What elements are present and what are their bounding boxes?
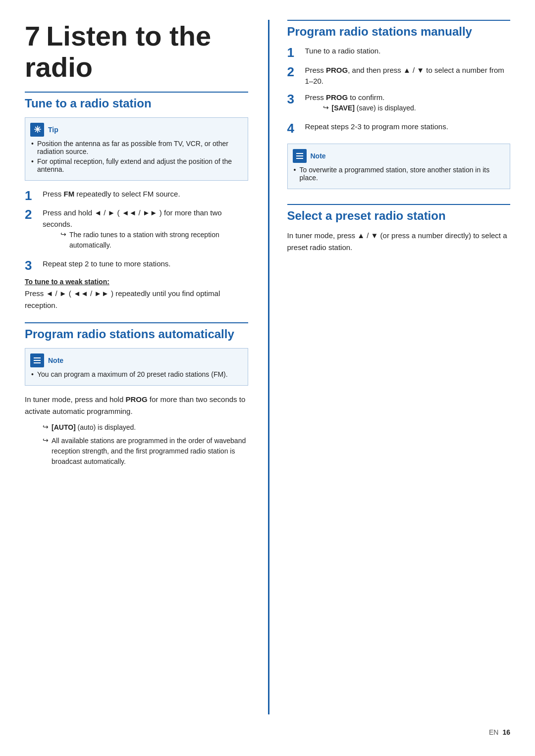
tip-label: Tip [48,126,58,134]
section4-heading: Select a preset radio station [287,204,511,223]
auto-arrow-text-1: [AUTO] (auto) is displayed. [52,422,136,433]
right-column: Program radio stations manually 1 Tune t… [268,20,511,714]
note-icon-auto [30,353,44,367]
note-lines-icon-manual [296,153,303,159]
manual-step-num-3: 3 [287,92,305,106]
note-line-m-3 [296,158,303,159]
step-content-2: Press and hold ◄ / ► ( ◄◄ / ►► ) for mor… [43,207,248,253]
tip-item-1: Position the antenna as far as possible … [30,140,241,155]
star-icon: ✳ [34,124,41,135]
step-content-3: Repeat step 2 to tune to more stations. [43,258,248,270]
chapter-number: 7 [25,20,40,51]
note-line-2 [34,360,41,361]
arrow-symbol: ↪ [60,230,66,238]
section4-body: In tuner mode, press ▲ / ▼ (or press a n… [287,230,511,253]
subheading-text: To tune to a weak station: [25,278,109,286]
manual-step-2: 2 Press PROG, and then press ▲ / ▼ to se… [287,65,511,87]
section1-heading: Tune to a radio station [25,92,248,110]
tip-icon: ✳ [30,123,44,137]
auto-arrow-2: ↪ All available stations are programmed … [43,436,248,467]
manual-step-1: 1 Tune to a radio station. [287,46,511,60]
chapter-title: Listen to the radio [25,20,211,83]
step-num-2: 2 [25,207,43,222]
page: 7Listen to the radio Tune to a radio sta… [0,0,535,756]
manual-step-4: 4 Repeat steps 2-3 to program more stati… [287,121,511,136]
auto-arrow-1: ↪ [AUTO] (auto) is displayed. [43,422,248,433]
note-header-auto: Note [30,353,241,367]
left-column: 7Listen to the radio Tune to a radio sta… [25,20,248,714]
manual-step3-arrow: ↪ [SAVE] (save) is displayed. [323,103,416,113]
arrow-sym-1: ↪ [43,423,49,431]
tip-item-2: For optimal reception, fully extend and … [30,157,241,173]
step-2: 2 Press and hold ◄ / ► ( ◄◄ / ►► ) for m… [25,207,248,253]
note-list-manual: To overwrite a programmed station, store… [293,166,503,182]
note-label-manual: Note [311,152,326,160]
section2-heading: Program radio stations automatically [25,322,248,341]
note-lines-icon [34,357,41,363]
tip-header: ✳ Tip [30,123,241,137]
note-line-m-1 [296,153,303,154]
step-content-1: Press FM repeatedly to select FM source. [43,189,248,200]
tip-box: ✳ Tip Position the antenna as far as pos… [25,117,248,181]
step-num-1: 1 [25,189,43,203]
step-1: 1 Press FM repeatedly to select FM sourc… [25,189,248,203]
arrow-sym-2: ↪ [43,436,49,444]
footer-page: 16 [502,728,510,736]
arrow-sym-3: ↪ [323,103,329,111]
step2-arrow: ↪ The radio tunes to a station with stro… [60,230,248,251]
manual-step3-arrow-text: [SAVE] (save) is displayed. [332,103,416,113]
manual-step-3: 3 Press PROG to confirm. ↪ [SAVE] (save)… [287,92,511,117]
manual-step-num-2: 2 [287,65,305,79]
auto-body-text: In tuner mode, press and hold PROG for m… [25,394,248,417]
note-list-auto: You can program a maximum of 20 preset r… [30,370,241,378]
manual-step-num-1: 1 [287,46,305,60]
manual-step-content-2: Press PROG, and then press ▲ / ▼ to sele… [305,65,511,87]
auto-arrow-text-2: All available stations are programmed in… [52,436,248,467]
note-line-1 [34,357,41,358]
note-label-auto: Note [48,356,63,364]
note-line-3 [34,362,41,363]
tip-list: Position the antenna as far as possible … [30,140,241,173]
step-3: 3 Repeat step 2 to tune to more stations… [25,258,248,273]
step2-arrow-text: The radio tunes to a station with strong… [69,230,248,251]
section3-heading: Program radio stations manually [287,20,511,39]
step-num-3: 3 [25,258,43,273]
note-line-m-2 [296,155,303,156]
manual-step-content-1: Tune to a radio station. [305,46,511,57]
note-icon-manual [293,149,307,163]
footer-lang: EN [489,728,498,736]
manual-step-num-4: 4 [287,121,305,136]
note-header-manual: Note [293,149,503,163]
manual-step-content-4: Repeat steps 2-3 to program more station… [305,121,511,133]
note-box-manual: Note To overwrite a programmed station, … [287,144,511,189]
note-box-auto: Note You can program a maximum of 20 pre… [25,348,248,386]
subheading-weak: To tune to a weak station: Press ◄ / ► (… [25,278,248,311]
subheading-body: Press ◄ / ► ( ◄◄ / ►► ) repeatedly until… [25,288,248,311]
note-item-auto-1: You can program a maximum of 20 preset r… [30,370,241,378]
note-item-manual-1: To overwrite a programmed station, store… [293,166,503,182]
manual-step-content-3-wrap: Press PROG to confirm. ↪ [SAVE] (save) i… [305,92,416,117]
footer: EN 16 [25,724,510,736]
